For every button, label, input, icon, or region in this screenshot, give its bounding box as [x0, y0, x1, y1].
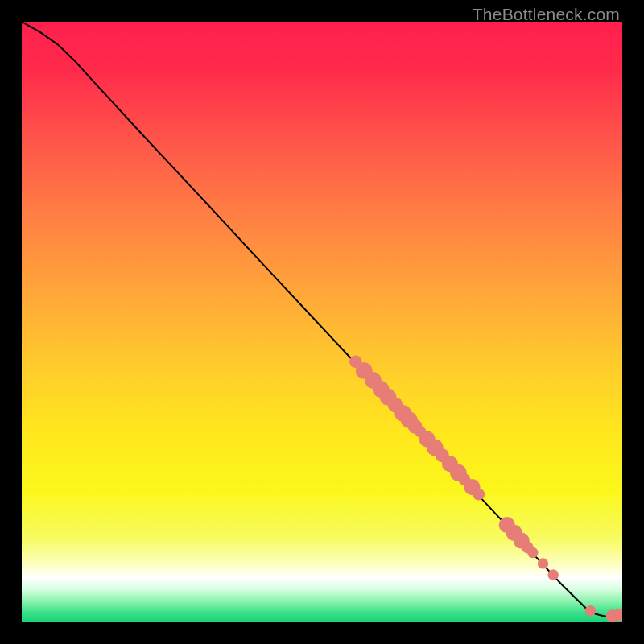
- data-point: [585, 605, 596, 616]
- data-point: [548, 569, 559, 580]
- chart-frame: [22, 22, 622, 622]
- data-point: [527, 547, 538, 558]
- chart-background: [22, 22, 622, 622]
- data-point: [538, 558, 548, 568]
- chart-svg: [22, 22, 622, 622]
- data-point: [473, 489, 485, 501]
